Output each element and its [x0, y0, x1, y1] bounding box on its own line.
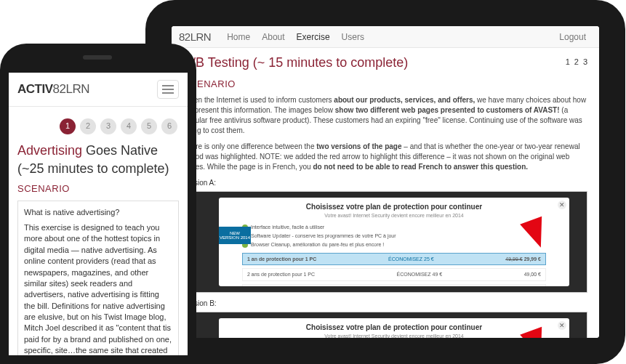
new-badge: NEWVERSION 2014	[219, 227, 251, 244]
nav-users[interactable]: Users	[342, 32, 364, 42]
version-b-label: Version B:	[183, 299, 587, 309]
screenshot-b: ✕ Choisissez votre plan de protection po…	[183, 312, 587, 338]
nav-logout[interactable]: Logout	[559, 32, 586, 42]
pager-step-2[interactable]: 2	[80, 118, 96, 134]
feature-row: Browser Cleanup, amélioration du pare-fe…	[251, 241, 384, 248]
pager-step-4[interactable]: 4	[121, 118, 137, 134]
close-icon: ✕	[558, 321, 566, 330]
scenario-heading: SCENARIO	[17, 182, 179, 195]
nav-about[interactable]: About	[262, 32, 284, 42]
tablet-device: 82LRN Home About Exercise Users Logout A…	[145, 0, 625, 364]
plan-3yr: 3 ans de protection pour 1 PC13,00 €	[242, 284, 546, 286]
pager-step-2[interactable]: 2	[574, 57, 579, 68]
scenario-box: What is native advertising? This exercis…	[17, 201, 179, 355]
close-icon: ✕	[558, 201, 566, 209]
pager-step-3[interactable]: 3	[583, 57, 587, 68]
pager: 1 2 3	[566, 57, 587, 68]
exercise-title: Advertising Goes Native (~25 minutes to …	[17, 142, 179, 178]
shot-title: Choisissez votre plan de protection pour…	[228, 323, 561, 333]
brand: 82LRN	[179, 31, 211, 43]
scenario-p1: When the Internet is used to inform cust…	[183, 95, 587, 136]
shot-subtitle: Votre avast! Internet Security devient e…	[228, 333, 561, 338]
hamburger-icon[interactable]	[157, 80, 179, 99]
navbar: ACTIV82LRN	[9, 73, 188, 107]
plan-1yr: 1 an de protection pour 1 PC ÉCONOMISEZ …	[242, 253, 546, 266]
pager-step-6[interactable]: 6	[161, 118, 177, 134]
scenario-heading: SCENARIO	[183, 78, 587, 91]
shot-title: Choisissez votre plan de protection pour…	[228, 202, 561, 212]
plan-2yr: 2 ans de protection pour 1 PCÉCONOMISEZ …	[242, 268, 546, 281]
navbar: 82LRN Home About Exercise Users Logout	[172, 26, 599, 48]
pager-step-3[interactable]: 3	[100, 118, 116, 134]
phone-speaker	[83, 55, 112, 60]
brand: ACTIV82LRN	[17, 82, 89, 97]
feature-row: Interface intuitive, facile à utiliser	[251, 224, 324, 231]
pager: 1 2 3 4 5 6	[17, 111, 179, 139]
phone-device: ACTIV82LRN 1 2 3 4 5 6 Advertising Goes …	[0, 44, 196, 364]
shot-subtitle: Votre avast! Internet Security devient e…	[228, 212, 561, 219]
nav-exercise[interactable]: Exercise	[297, 32, 330, 42]
screenshot-a: ✕ Choisissez votre plan de protection po…	[183, 191, 587, 293]
pager-step-1[interactable]: 1	[566, 57, 570, 68]
feature-row: Software Updater - conserve les programm…	[251, 232, 396, 240]
scenario-body: This exercise is designed to teach you m…	[24, 222, 172, 355]
version-a-label: Version A:	[183, 178, 587, 188]
tablet-screen: 82LRN Home About Exercise Users Logout A…	[172, 26, 599, 338]
nav-home[interactable]: Home	[227, 32, 250, 42]
pager-step-5[interactable]: 5	[141, 118, 157, 134]
scenario-p2: There is only one difference between the…	[183, 142, 587, 172]
exercise-title: A/B Testing (~ 15 minutes to complete)	[183, 54, 566, 72]
intro-question: What is native advertising?	[24, 207, 172, 218]
phone-screen: ACTIV82LRN 1 2 3 4 5 6 Advertising Goes …	[9, 73, 188, 355]
pager-step-1[interactable]: 1	[60, 118, 76, 134]
